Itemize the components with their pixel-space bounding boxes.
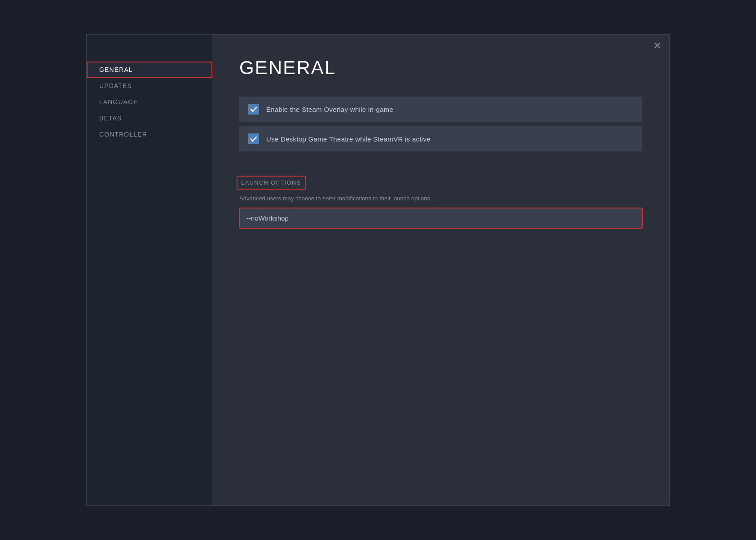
- sidebar-item-updates[interactable]: UPDATES: [87, 78, 212, 94]
- page-title: GENERAL: [239, 57, 642, 79]
- overlay-checkbox[interactable]: [248, 104, 259, 115]
- launch-options-description: Advanced users may choose to enter modif…: [239, 195, 642, 202]
- theatre-checkbox-row: Use Desktop Game Theatre while SteamVR i…: [239, 126, 642, 151]
- main-content: GENERAL Enable the Steam Overlay while i…: [212, 35, 669, 505]
- check-icon-2: [250, 135, 257, 142]
- launch-options-input[interactable]: [239, 208, 642, 228]
- check-icon: [250, 106, 257, 113]
- sidebar-item-controller[interactable]: CONTROLLER: [87, 126, 212, 142]
- sidebar-item-language[interactable]: LANGUAGE: [87, 94, 212, 110]
- sidebar-item-general[interactable]: GENERAL: [87, 62, 212, 78]
- launch-options-label: LAUNCH OPTIONS: [239, 178, 303, 187]
- settings-dialog: ✕ GENERAL UPDATES LANGUAGE BETAS CONTROL…: [86, 34, 670, 506]
- launch-options-section: LAUNCH OPTIONS Advanced users may choose…: [239, 165, 642, 228]
- close-button[interactable]: ✕: [653, 41, 661, 51]
- theatre-label: Use Desktop Game Theatre while SteamVR i…: [266, 135, 431, 143]
- sidebar: GENERAL UPDATES LANGUAGE BETAS CONTROLLE…: [87, 35, 212, 505]
- overlay-label: Enable the Steam Overlay while in-game: [266, 106, 393, 113]
- sidebar-item-betas[interactable]: BETAS: [87, 110, 212, 126]
- theatre-checkbox[interactable]: [248, 133, 259, 144]
- overlay-checkbox-row: Enable the Steam Overlay while in-game: [239, 97, 642, 122]
